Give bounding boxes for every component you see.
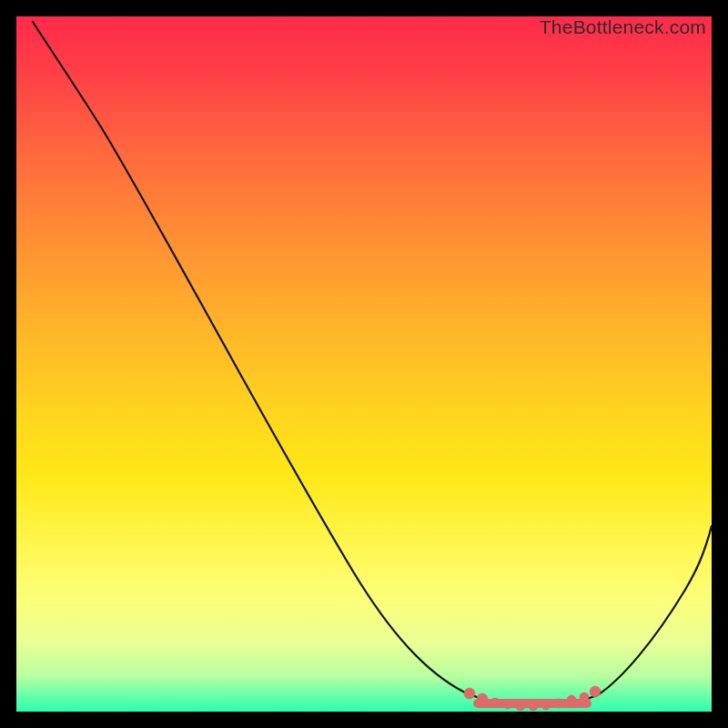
optimal-range-markers [464,686,601,711]
svg-point-0 [464,688,475,699]
bottleneck-chart [16,16,712,712]
bottleneck-curve [33,22,712,706]
chart-frame: TheBottleneck.com [16,16,712,712]
svg-point-10 [590,686,601,697]
svg-rect-11 [473,699,592,708]
